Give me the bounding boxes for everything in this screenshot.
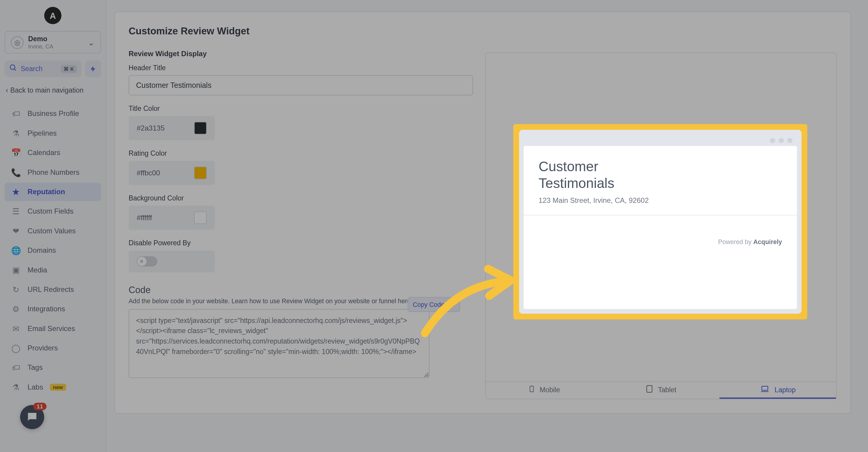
laptop-icon (760, 385, 770, 395)
header-title-input[interactable] (129, 75, 473, 95)
providers-icon: ◯ (11, 343, 21, 353)
mock-browser-bar (524, 134, 797, 146)
window-dot-icon (787, 138, 792, 143)
svg-rect-3 (449, 302, 453, 305)
sidebar-item-labs[interactable]: ⚗Labsnew (4, 378, 101, 396)
device-tab-label: Tablet (658, 386, 677, 394)
device-tab-tablet[interactable]: Tablet (602, 382, 719, 399)
sidebar-item-label: Pipelines (28, 129, 57, 138)
sidebar-item-label: Calendars (28, 149, 60, 157)
preview-address: 123 Main Street, Irvine, CA, 92602 (539, 196, 782, 204)
chat-support-button[interactable]: 11 (20, 405, 44, 429)
preview-divider (524, 214, 797, 215)
sidebar-item-custom-fields[interactable]: ☰Custom Fields (4, 202, 101, 221)
sidebar-item-label: Custom Values (28, 227, 75, 235)
sidebar-item-custom-values[interactable]: ❤Custom Values (4, 222, 101, 240)
search-label: Search (21, 64, 57, 72)
embed-code-textarea[interactable]: <script type="text/javascript" src="http… (129, 309, 430, 378)
sidebar-item-label: Email Services (28, 325, 75, 332)
pipelines-icon: ⚗ (11, 129, 21, 138)
section-label: Review Widget Display (129, 50, 473, 58)
app-logo: A (44, 7, 62, 24)
svg-rect-2 (450, 303, 454, 306)
disable-powered-toggle[interactable]: ✕ (137, 256, 157, 267)
sidebar-item-label: URL Redirects (28, 285, 74, 294)
svg-rect-5 (647, 386, 652, 392)
chat-badge-count: 11 (33, 403, 46, 410)
account-name: Demo (28, 35, 83, 43)
sidebar-item-email-services[interactable]: ✉Email Services (4, 319, 101, 338)
sidebar-item-reputation[interactable]: ★Reputation (4, 183, 101, 201)
search-input[interactable]: Search ⌘ K (4, 60, 82, 77)
tags-icon: 🏷 (11, 363, 21, 372)
rating-color-picker[interactable]: #ffbc00 (129, 161, 215, 185)
bg-color-label: Background Color (129, 194, 473, 202)
powered-by: Powered by Acquirely (539, 238, 782, 245)
sidebar-item-business-profile[interactable]: 🏷Business Profile (4, 104, 101, 123)
sidebar-item-label: Domains (28, 246, 56, 254)
title-color-swatch (194, 122, 207, 134)
sidebar-item-phone-numbers[interactable]: 📞Phone Numbers (4, 163, 101, 182)
search-shortcut: ⌘ K (61, 64, 77, 72)
window-dot-icon (770, 138, 775, 143)
tablet-icon (645, 384, 653, 395)
search-icon (9, 64, 17, 73)
rating-color-swatch (194, 167, 207, 179)
sidebar-item-label: Media (28, 266, 47, 274)
sidebar-item-label: Custom Fields (28, 207, 73, 215)
mock-browser: Customer Testimonials 123 Main Street, I… (519, 130, 801, 314)
account-switcher[interactable]: ◎ Demo Irvine, CA ⌄ (4, 31, 101, 54)
title-color-picker[interactable]: #2a3135 (129, 116, 215, 140)
business-profile-icon: 🏷 (11, 109, 21, 118)
sidebar-item-label: Providers (28, 344, 58, 352)
phone-numbers-icon: 📞 (11, 168, 21, 177)
chevron-down-icon: ⌄ (88, 38, 95, 47)
sidebar: A ◎ Demo Irvine, CA ⌄ Search ⌘ K ‹ B (0, 0, 106, 452)
back-to-main-nav[interactable]: ‹ Back to main navigation (4, 84, 101, 96)
sidebar-item-providers[interactable]: ◯Providers (4, 339, 101, 358)
labs-icon: ⚗ (11, 383, 21, 392)
sidebar-item-calendars[interactable]: 📅Calendars (4, 144, 101, 162)
custom-values-icon: ❤ (11, 227, 21, 236)
url-redirects-icon: ↻ (11, 285, 21, 294)
svg-line-1 (14, 69, 16, 70)
svg-rect-6 (762, 386, 768, 390)
location-pin-icon: ◎ (11, 36, 24, 49)
device-tab-label: Mobile (540, 386, 560, 394)
domains-icon: 🌐 (11, 246, 21, 255)
device-tab-mobile[interactable]: Mobile (486, 382, 602, 399)
preview-heading: Customer Testimonials (539, 159, 654, 192)
sidebar-item-url-redirects[interactable]: ↻URL Redirects (4, 280, 101, 299)
toggle-knob: ✕ (137, 257, 147, 266)
bg-color-swatch (194, 212, 207, 224)
rating-color-label: Rating Color (129, 149, 473, 157)
sidebar-item-label: Reputation (28, 188, 65, 196)
quick-actions-button[interactable] (85, 60, 101, 77)
preview-callout: Customer Testimonials 123 Main Street, I… (513, 124, 807, 319)
copy-code-button[interactable]: Copy Code (408, 297, 460, 312)
sidebar-item-label: Integrations (28, 305, 65, 313)
reputation-icon: ★ (11, 187, 21, 197)
sidebar-item-label: Business Profile (28, 110, 79, 118)
new-badge: new (50, 384, 66, 391)
sidebar-item-media[interactable]: ▣Media (4, 261, 101, 279)
sidebar-item-pipelines[interactable]: ⚗Pipelines (4, 124, 101, 143)
chevron-left-icon: ‹ (6, 86, 8, 94)
media-icon: ▣ (11, 265, 21, 275)
svg-rect-4 (530, 386, 534, 392)
svg-point-0 (10, 65, 15, 70)
code-title: Code (129, 285, 473, 296)
sidebar-item-label: Labs (28, 383, 43, 391)
device-tab-laptop[interactable]: Laptop (719, 382, 836, 399)
sidebar-item-label: Tags (28, 364, 43, 372)
device-tab-label: Laptop (775, 386, 796, 394)
sidebar-item-integrations[interactable]: ⚙Integrations (4, 300, 101, 319)
window-dot-icon (779, 138, 784, 143)
bg-color-picker[interactable]: #ffffff (129, 206, 215, 230)
calendars-icon: 📅 (11, 148, 21, 157)
sidebar-item-domains[interactable]: 🌐Domains (4, 241, 101, 260)
sidebar-item-tags[interactable]: 🏷Tags (4, 359, 101, 377)
custom-fields-icon: ☰ (11, 207, 21, 216)
integrations-icon: ⚙ (11, 304, 21, 314)
sidebar-item-label: Phone Numbers (28, 168, 80, 176)
